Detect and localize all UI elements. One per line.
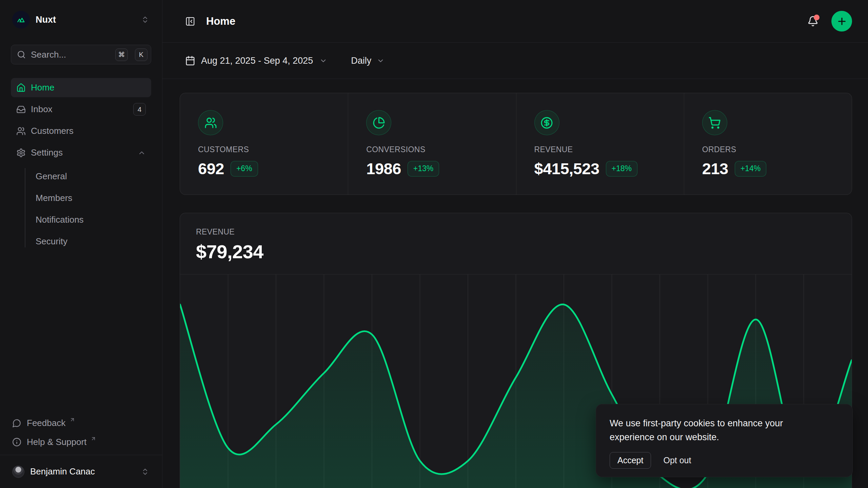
chevron-down-icon <box>319 57 327 65</box>
stat-customers[interactable]: CUSTOMERS 692 +6% <box>180 93 348 195</box>
chevrons-up-down-icon <box>141 468 149 476</box>
chevron-up-icon <box>138 149 146 157</box>
stat-delta-badge: +18% <box>606 161 637 177</box>
sidebar-item-inbox[interactable]: Inbox 4 <box>11 100 151 119</box>
stats-card: CUSTOMERS 692 +6% CONVERSIONS 1986 +13% … <box>180 93 852 195</box>
kbd-command: ⌘ <box>115 48 128 61</box>
sidebar-nav: Home Inbox 4 Customers Settings <box>11 78 151 252</box>
help-support-link[interactable]: Help & Support <box>11 432 151 451</box>
stat-label: CONVERSIONS <box>366 145 516 154</box>
footer-link-label: Feedback <box>27 418 65 428</box>
page-title: Home <box>206 15 235 27</box>
stat-delta-badge: +6% <box>231 161 258 177</box>
filter-row: Aug 21, 2025 - Sep 4, 2025 Daily <box>162 43 868 79</box>
message-bubble-icon <box>12 419 21 428</box>
stat-revenue[interactable]: REVENUE $415,523 +18% <box>516 93 684 195</box>
workspace-switcher[interactable]: Nuxt <box>11 9 151 30</box>
sidebar-item-settings[interactable]: Settings <box>11 143 151 162</box>
user-name: Benjamin Canac <box>30 466 135 477</box>
topbar-actions <box>807 11 852 32</box>
sidebar: Nuxt Search... ⌘ K Home Inbox 4 <box>0 0 162 488</box>
sidebar-item-label: Customers <box>31 126 74 136</box>
footer-link-label: Help & Support <box>27 437 86 447</box>
inbox-icon <box>16 105 26 114</box>
subnav-guide-line <box>25 168 25 247</box>
revenue-chart-value: $79,234 <box>196 241 836 263</box>
sidebar-item-customers[interactable]: Customers <box>11 121 151 141</box>
plus-icon <box>836 16 847 27</box>
shopping-cart-icon <box>702 110 727 135</box>
users-icon <box>16 126 26 136</box>
chevron-down-icon <box>377 57 384 65</box>
sidebar-item-security[interactable]: Security <box>36 230 151 252</box>
sidebar-item-members[interactable]: Members <box>36 187 151 209</box>
stat-delta-badge: +13% <box>408 161 439 177</box>
sidebar-item-home[interactable]: Home <box>11 78 151 97</box>
external-link-icon <box>70 417 75 423</box>
sidebar-item-label: Home <box>31 82 54 93</box>
add-button[interactable] <box>831 11 852 32</box>
settings-subnav: General Members Notifications Security <box>11 165 151 252</box>
sub-item-label: Notifications <box>36 215 84 225</box>
stat-conversions[interactable]: CONVERSIONS 1986 +13% <box>348 93 516 195</box>
sub-item-label: Security <box>36 236 67 247</box>
sub-item-label: Members <box>36 193 72 203</box>
stat-value: 1986 <box>366 159 401 178</box>
stat-value: $415,523 <box>534 159 599 178</box>
optout-cookies-button[interactable]: Opt out <box>663 452 691 468</box>
home-icon <box>16 83 26 93</box>
stat-label: CUSTOMERS <box>198 145 348 154</box>
sidebar-item-general[interactable]: General <box>36 165 151 187</box>
cookie-message: We use first-party cookies to enhance yo… <box>610 416 810 444</box>
date-range-picker[interactable]: Aug 21, 2025 - Sep 4, 2025 <box>185 56 327 66</box>
revenue-chart-label: REVENUE <box>196 227 836 237</box>
accept-cookies-button[interactable]: Accept <box>610 452 651 469</box>
avatar <box>12 466 24 478</box>
date-range-value: Aug 21, 2025 - Sep 4, 2025 <box>201 56 313 66</box>
sidebar-footer: Feedback Help & Support Benjamin Canac <box>11 413 151 488</box>
stat-delta-badge: +14% <box>735 161 766 177</box>
notification-dot <box>814 15 820 20</box>
users-circle-icon <box>198 110 223 135</box>
info-circle-icon <box>12 438 21 447</box>
topbar: Home <box>162 0 868 43</box>
chevrons-up-down-icon <box>141 16 149 24</box>
sidebar-item-notifications[interactable]: Notifications <box>36 209 151 230</box>
search-icon <box>17 50 26 59</box>
nuxt-logo-icon <box>12 11 30 28</box>
dollar-circle-icon <box>534 110 559 135</box>
kbd-k: K <box>135 48 147 61</box>
notifications-button[interactable] <box>807 16 818 27</box>
pie-chart-icon <box>366 110 391 135</box>
granularity-value: Daily <box>351 56 371 66</box>
feedback-link[interactable]: Feedback <box>11 413 151 432</box>
stat-orders[interactable]: ORDERS 213 +14% <box>684 93 852 195</box>
search-placeholder: Search... <box>31 49 110 60</box>
stat-value: 213 <box>702 159 728 178</box>
sidebar-item-label: Inbox <box>31 104 53 115</box>
external-link-icon <box>91 436 96 442</box>
stat-label: ORDERS <box>702 145 852 154</box>
calendar-icon <box>185 56 195 66</box>
gear-icon <box>16 148 26 158</box>
search-input[interactable]: Search... ⌘ K <box>11 45 151 64</box>
stat-label: REVENUE <box>534 145 684 154</box>
workspace-name: Nuxt <box>36 15 135 25</box>
collapse-sidebar-icon[interactable] <box>185 16 195 26</box>
sub-item-label: General <box>36 171 67 182</box>
cookie-banner: We use first-party cookies to enhance yo… <box>596 404 853 477</box>
stat-value: 692 <box>198 159 224 178</box>
inbox-count-badge: 4 <box>133 103 146 116</box>
granularity-select[interactable]: Daily <box>351 56 384 66</box>
sidebar-item-label: Settings <box>31 147 63 158</box>
user-menu[interactable]: Benjamin Canac <box>11 455 151 488</box>
